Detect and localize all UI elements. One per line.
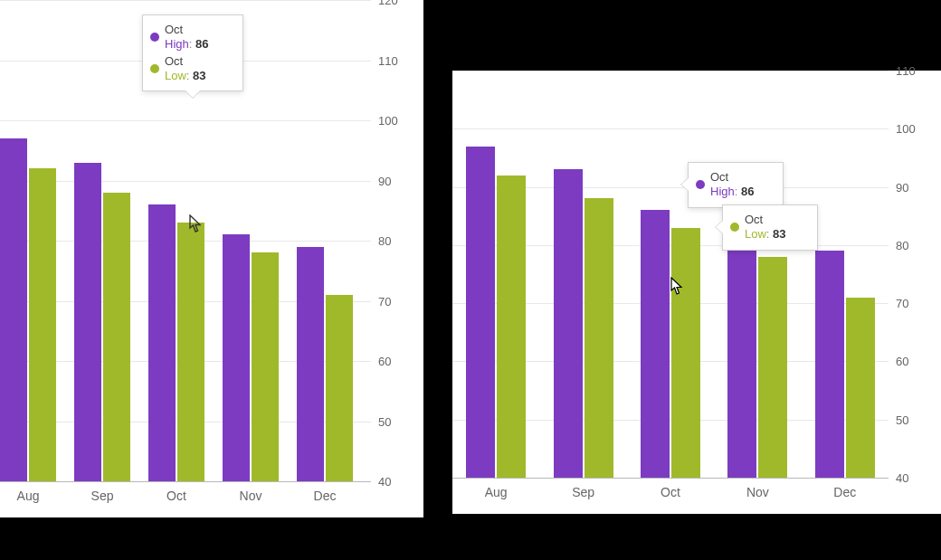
bar-high[interactable]: [223, 234, 250, 481]
bar-low[interactable]: [758, 257, 787, 478]
bar-low[interactable]: [177, 223, 204, 481]
bar-group[interactable]: [727, 71, 787, 478]
bar-low[interactable]: [252, 252, 279, 481]
x-tick-label: Aug: [17, 489, 40, 503]
y-tick-label: 100: [896, 122, 937, 136]
x-tick-label: Oct: [661, 485, 680, 499]
bar-low[interactable]: [846, 298, 875, 478]
bar-group[interactable]: [0, 0, 56, 481]
y-tick-label: 100: [378, 114, 420, 128]
bar-group[interactable]: [223, 0, 279, 481]
y-tick-label: 80: [378, 234, 420, 248]
bar-low[interactable]: [585, 198, 613, 478]
stage: { "chart_data": [ { "id": "left", "type"…: [0, 0, 941, 560]
y-tick-label: 40: [378, 475, 420, 489]
y-tick-label: 60: [896, 355, 937, 368]
bar-high[interactable]: [466, 147, 495, 478]
bar-group[interactable]: [148, 0, 204, 481]
bar-group[interactable]: [554, 71, 613, 478]
bar-low[interactable]: [497, 176, 526, 478]
y-tick-label: 90: [378, 174, 420, 187]
chart-right-pane: 405060708090100110 AugSepOctNovDec Oct H…: [452, 71, 941, 514]
bar-high[interactable]: [727, 239, 756, 478]
bar-high[interactable]: [554, 169, 583, 478]
chart-right-xaxis: AugSepOctNovDec: [452, 478, 889, 514]
y-tick-label: 70: [896, 297, 937, 310]
x-tick-label: Oct: [166, 489, 186, 503]
y-tick-label: 50: [378, 414, 420, 428]
y-tick-label: 50: [896, 413, 937, 426]
bar-high[interactable]: [815, 251, 844, 478]
x-tick-label: Nov: [746, 485, 769, 499]
bar-low[interactable]: [29, 168, 56, 481]
x-tick-label: Sep: [91, 489, 114, 503]
y-tick-label: 80: [896, 238, 937, 252]
bar-high[interactable]: [74, 163, 101, 481]
y-tick-label: 120: [378, 0, 420, 7]
bar-group[interactable]: [74, 0, 130, 481]
chart-left-pane: 405060708090100110120 AugSepOctNovDec Oc…: [0, 0, 423, 517]
y-tick-label: 110: [378, 53, 420, 67]
y-tick-label: 110: [896, 64, 937, 78]
bar-group[interactable]: [466, 71, 526, 478]
y-tick-label: 40: [896, 471, 937, 485]
y-tick-label: 60: [378, 355, 420, 368]
chart-right-plot[interactable]: 405060708090100110: [452, 71, 889, 478]
x-tick-label: Dec: [833, 485, 856, 499]
bar-high[interactable]: [297, 247, 324, 481]
bar-low[interactable]: [103, 193, 130, 481]
x-tick-label: Dec: [314, 489, 337, 503]
bar-high[interactable]: [148, 204, 176, 481]
bar-group[interactable]: [641, 71, 700, 478]
bar-high[interactable]: [0, 138, 27, 481]
chart-left-xaxis: AugSepOctNovDec: [0, 481, 371, 517]
bar-low[interactable]: [671, 228, 700, 478]
bar-high[interactable]: [641, 210, 670, 478]
x-tick-label: Sep: [572, 485, 594, 499]
x-tick-label: Aug: [485, 485, 508, 499]
chart-left-plot[interactable]: 405060708090100110120: [0, 0, 371, 481]
bar-group[interactable]: [297, 0, 353, 481]
bar-low[interactable]: [326, 295, 353, 481]
bar-group[interactable]: [815, 71, 875, 478]
y-tick-label: 70: [378, 294, 420, 308]
y-tick-label: 90: [896, 180, 937, 194]
x-tick-label: Nov: [240, 489, 262, 503]
